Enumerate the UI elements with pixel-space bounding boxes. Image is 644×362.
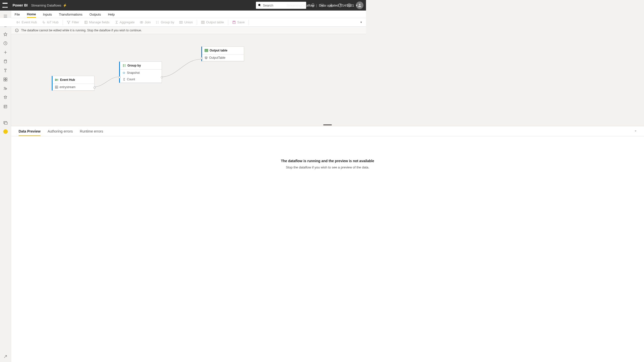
svg-point-14 (4, 87, 5, 88)
table-icon (55, 86, 58, 89)
ribbon-output-table: Output table (199, 20, 226, 24)
dataflow-name: StreamingDataflow (287, 4, 314, 7)
connector-2 (162, 57, 202, 80)
svg-rect-16 (4, 105, 7, 108)
data-updated-label: Data updated 7/14/2021 (319, 4, 354, 7)
svg-point-0 (258, 4, 260, 6)
connector-1 (94, 74, 122, 89)
search-placeholder: Search (263, 4, 273, 7)
port-in[interactable] (119, 76, 121, 78)
tab-runtime-errors[interactable]: Runtime errors (80, 128, 103, 136)
ribbon-save: Save (230, 20, 247, 24)
ribbon-aggregate: Aggregate (113, 20, 137, 24)
svg-rect-13 (6, 80, 7, 81)
ribbon-filter: Filter (65, 20, 81, 24)
node-group-by[interactable]: Group by Snapshot Count (119, 62, 162, 83)
node-output-table[interactable]: Output table OutputTable (201, 46, 244, 61)
node-title: Group by (127, 64, 141, 67)
port-in[interactable] (201, 57, 203, 59)
ribbon-iot-hub: IoT Hub (40, 20, 61, 24)
tab-home[interactable]: Home (27, 11, 36, 18)
group-by-icon (122, 64, 126, 67)
svg-rect-24 (179, 21, 181, 23)
workspace-badge[interactable] (2, 128, 10, 136)
tab-outputs[interactable]: Outputs (89, 11, 101, 17)
topbar: Power BI Streaming Dataflows ⚡ Streaming… (0, 0, 366, 11)
svg-rect-27 (233, 21, 235, 24)
empty-title: The dataflow is running and the preview … (281, 159, 366, 163)
sigma-icon (122, 78, 125, 81)
create-icon[interactable] (2, 48, 10, 56)
node-row-label: Snapshot (127, 71, 140, 75)
favorites-icon[interactable] (2, 30, 10, 38)
node-row-label: entrystream (60, 85, 75, 89)
goals-icon[interactable] (2, 66, 10, 74)
svg-rect-33 (205, 49, 208, 52)
svg-rect-26 (201, 21, 204, 24)
svg-point-20 (43, 22, 44, 23)
search-icon (258, 4, 261, 7)
menu-bar: File Home Inputs Transformations Outputs… (0, 11, 366, 18)
svg-point-7 (359, 4, 360, 5)
tab-transformations[interactable]: Transformations (59, 11, 82, 17)
brand: Power BI (13, 3, 28, 7)
bottom-tabs: Data Preview Authoring errors Runtime er… (11, 126, 366, 136)
node-event-hub[interactable]: Event Hub entrystream (52, 76, 95, 91)
port-out[interactable] (161, 76, 163, 78)
node-title: Output table (210, 49, 227, 52)
datasets-icon[interactable] (2, 57, 10, 65)
chevron-down-icon[interactable]: ▾ (356, 4, 357, 7)
layer-icon (205, 56, 208, 59)
port-out[interactable] (94, 87, 96, 89)
info-strip: The dataflow cannot be edited while it i… (0, 27, 366, 34)
svg-rect-10 (4, 78, 5, 79)
separator: | (316, 4, 317, 7)
output-table-icon (205, 49, 208, 52)
node-row-label: OutputTable (209, 56, 225, 59)
ribbon-event-hub: Event Hub (15, 20, 39, 24)
event-hub-icon (55, 78, 59, 82)
ribbon-manage-fields: Manage fields (82, 20, 112, 24)
recent-icon[interactable] (2, 39, 10, 47)
tab-authoring-errors[interactable]: Authoring errors (48, 128, 73, 136)
bottom-panel: Data Preview Authoring errors Runtime er… (11, 126, 366, 205)
bolt-icon: ⚡ (63, 4, 67, 7)
snapshot-icon (122, 71, 125, 74)
svg-rect-12 (4, 80, 5, 81)
empty-subtitle: Stop the dataflow if you wish to see a p… (286, 165, 366, 169)
node-row-label: Count (127, 78, 135, 81)
svg-rect-19 (17, 22, 18, 23)
info-text: The dataflow cannot be edited while it i… (21, 29, 142, 32)
ribbon-group-by: Group by (154, 20, 176, 24)
app-launcher-icon[interactable] (3, 3, 8, 8)
tab-file[interactable]: File (15, 11, 20, 17)
ribbon-join: Join (138, 20, 153, 24)
learn-icon[interactable] (2, 93, 10, 101)
my-workspace-icon[interactable] (2, 118, 10, 127)
svg-rect-28 (233, 21, 235, 22)
svg-rect-18 (5, 122, 7, 124)
page-subtitle: Streaming Dataflows (31, 4, 61, 7)
workspaces-icon[interactable] (2, 102, 10, 110)
node-title: Event Hub (60, 78, 75, 82)
svg-point-32 (123, 72, 125, 74)
ribbon-expand-icon[interactable]: ▾ (360, 21, 362, 24)
svg-line-1 (260, 6, 261, 7)
empty-state: The dataflow is running and the preview … (11, 136, 366, 192)
tab-data-preview[interactable]: Data Preview (19, 128, 40, 136)
svg-rect-31 (55, 86, 58, 88)
tab-help[interactable]: Help (108, 11, 115, 17)
tab-inputs[interactable]: Inputs (43, 11, 52, 17)
svg-rect-30 (55, 79, 56, 81)
svg-rect-21 (85, 21, 87, 24)
ribbon: Event Hub IoT Hub Filter Manage fields A… (0, 18, 366, 27)
svg-point-9 (4, 59, 7, 61)
apps-icon[interactable] (2, 75, 10, 83)
center-title[interactable]: StreamingDataflow | Data updated 7/14/20… (287, 4, 358, 7)
shared-icon[interactable] (2, 84, 10, 92)
canvas[interactable]: Event Hub entrystream Group by Snapshot … (11, 34, 366, 125)
svg-rect-11 (6, 78, 7, 79)
ribbon-union: Union (177, 20, 195, 24)
svg-rect-25 (181, 21, 182, 23)
left-rail (0, 11, 11, 205)
